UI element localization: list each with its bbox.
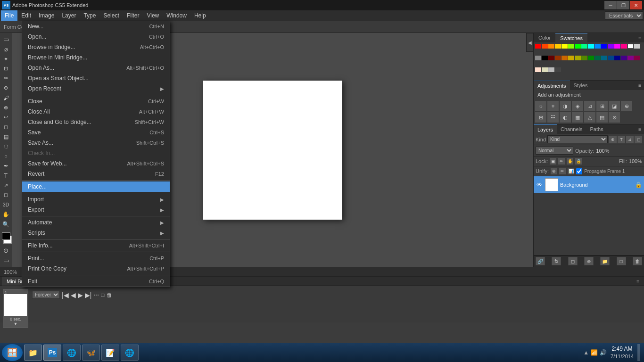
unify-icon-2[interactable]: ✏ — [559, 168, 566, 174]
menu-new[interactable]: New... Ctrl+N — [22, 21, 170, 32]
swatch[interactable] — [555, 67, 561, 72]
adj-layer-btn[interactable]: ⊕ — [584, 257, 594, 265]
adj-brightness[interactable]: ☼ — [535, 101, 546, 111]
adj-posterize[interactable]: ▦ — [572, 112, 583, 123]
menu-import[interactable]: Import ▶ — [22, 194, 170, 205]
taskbar-explorer[interactable]: 📁 — [24, 345, 42, 361]
menu-item-window[interactable]: Window — [163, 10, 190, 21]
swatch[interactable] — [588, 56, 594, 60]
menu-automate[interactable]: Automate ▶ — [22, 217, 170, 228]
swatch[interactable] — [535, 44, 541, 49]
tool-eraser[interactable]: ◻ — [1, 123, 11, 132]
taskbar-chrome[interactable]: 🌐 — [63, 345, 81, 361]
adj-color-lookup[interactable]: ☷ — [547, 112, 559, 123]
panel-collapse-btn[interactable]: ◀ — [526, 33, 534, 52]
menu-open-as[interactable]: Open As... Alt+Shift+Ctrl+O — [22, 63, 170, 73]
tween-btn[interactable]: ⋯ — [93, 292, 99, 298]
taskbar-photoshop[interactable]: Ps — [43, 345, 61, 361]
swatch[interactable] — [594, 44, 601, 49]
workspace-dropdown[interactable]: Essentials — [605, 11, 643, 20]
tool-lasso[interactable]: ⌀ — [1, 45, 11, 54]
menu-close-all[interactable]: Close All Alt+Ctrl+W — [22, 107, 170, 117]
adj-curves[interactable]: ⌗ — [547, 101, 559, 111]
swatch[interactable] — [542, 67, 548, 72]
tab-paths[interactable]: Paths — [586, 124, 607, 134]
menu-item-edit[interactable]: Edit — [17, 10, 35, 21]
swatch[interactable] — [588, 44, 594, 49]
swatch[interactable] — [568, 56, 574, 60]
tool-pen[interactable]: ✒ — [1, 161, 11, 171]
swatch[interactable] — [608, 56, 614, 60]
adj-threshold[interactable]: △ — [584, 112, 595, 123]
menu-item-help[interactable]: Help — [190, 10, 210, 21]
show-desktop-btn[interactable] — [637, 344, 640, 361]
swatch[interactable] — [568, 44, 574, 49]
swatch[interactable] — [581, 56, 587, 60]
menu-item-layer[interactable]: Layer — [58, 10, 80, 21]
swatch[interactable] — [634, 44, 640, 49]
swatch[interactable] — [627, 44, 634, 49]
tab-adjustments[interactable]: Adjustments — [534, 81, 570, 90]
menu-save-as[interactable]: Save As... Shift+Ctrl+S — [22, 138, 170, 148]
filter-icon-3[interactable]: ⊿ — [626, 136, 634, 143]
swatch[interactable] — [542, 56, 548, 60]
menu-item-select[interactable]: Select — [99, 10, 123, 21]
unify-icon-1[interactable]: ⊕ — [551, 168, 557, 174]
menu-browse-mini-bridge[interactable]: Browse in Mini Bridge... — [22, 52, 170, 63]
menu-item-view[interactable]: View — [143, 10, 163, 21]
swatch[interactable] — [561, 56, 568, 60]
tab-styles[interactable]: Styles — [570, 81, 592, 90]
adj-options-btn[interactable]: ≡ — [636, 81, 644, 90]
lock-icon-3[interactable]: ✋ — [567, 158, 573, 165]
frame-1[interactable]: 1 0 sec. ▼ — [3, 289, 28, 328]
layer-item-background[interactable]: 👁 Background 🔒 — [534, 176, 644, 193]
tool-healing[interactable]: ⊕ — [1, 83, 11, 93]
menu-item-type[interactable]: Type — [80, 10, 99, 21]
adj-channel-mixer[interactable]: ⊞ — [535, 112, 546, 123]
start-button[interactable]: 🪟 — [2, 344, 23, 361]
restore-button[interactable]: ❐ — [617, 1, 629, 9]
adj-photo-filter[interactable]: ⊕ — [621, 101, 632, 111]
foreground-color[interactable] — [2, 232, 10, 240]
layer-style-btn[interactable]: fx — [552, 257, 561, 265]
tool-dodge[interactable]: ○ — [1, 152, 11, 161]
new-layer-btn[interactable]: □ — [617, 257, 626, 265]
tool-blur[interactable]: ◌ — [1, 142, 11, 151]
menu-print[interactable]: Print... Ctrl+P — [22, 253, 170, 263]
blend-mode-select[interactable]: Normal — [536, 147, 573, 155]
tool-zoom[interactable]: 🔍 — [1, 220, 11, 229]
adj-vibrance[interactable]: ◈ — [572, 101, 583, 111]
swatch[interactable] — [548, 67, 554, 72]
swatch[interactable] — [555, 56, 561, 60]
swatch[interactable] — [621, 44, 627, 49]
menu-open-recent[interactable]: Open Recent ▶ — [22, 83, 170, 94]
delete-frame-btn[interactable]: 🗑 — [107, 292, 112, 298]
filter-icon-1[interactable]: ⊕ — [609, 136, 617, 143]
play-prev-btn[interactable]: ◀ — [71, 291, 76, 299]
frame-dropdown[interactable]: ▼ — [14, 321, 18, 326]
swatch[interactable] — [627, 56, 634, 60]
propagate-checkbox[interactable] — [576, 168, 582, 174]
swatch[interactable] — [561, 44, 568, 49]
link-layers-btn[interactable]: 🔗 — [536, 257, 545, 265]
swatch[interactable] — [535, 67, 541, 72]
menu-item-filter[interactable]: Filter — [123, 10, 143, 21]
kind-select[interactable]: Kind — [547, 135, 608, 143]
adj-color-balance[interactable]: ⊞ — [596, 101, 608, 111]
menu-open[interactable]: Open... Ctrl+O — [22, 32, 170, 42]
swatch[interactable] — [608, 44, 614, 49]
menu-exit[interactable]: Exit Ctrl+Q — [22, 276, 170, 287]
taskbar-ie[interactable]: 🌐 — [121, 345, 139, 361]
swatch[interactable] — [581, 44, 587, 49]
filter-icon-4[interactable]: ◻ — [635, 136, 642, 143]
swatch[interactable] — [542, 44, 548, 49]
menu-close[interactable]: Close Ctrl+W — [22, 96, 170, 107]
swatch[interactable] — [548, 44, 554, 49]
adj-hue[interactable]: ⊿ — [584, 101, 595, 111]
tool-marquee[interactable]: ▭ — [1, 35, 11, 44]
tab-color[interactable]: Color — [534, 33, 555, 42]
swatch[interactable] — [548, 56, 554, 60]
tab-layers[interactable]: Layers — [534, 124, 557, 134]
bottom-options-btn[interactable]: ≡ — [634, 278, 642, 285]
tool-gradient[interactable]: ▤ — [1, 132, 11, 141]
